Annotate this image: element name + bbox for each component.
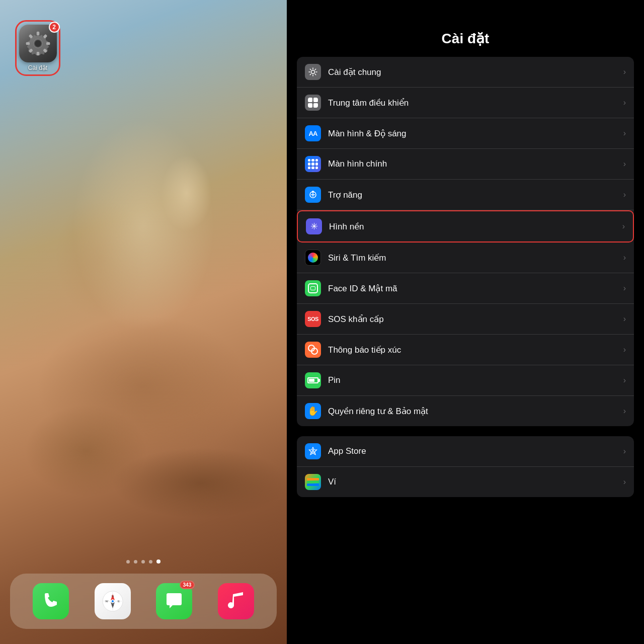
settings-row-general[interactable]: Cài đặt chung › bbox=[297, 57, 634, 88]
control-center-chevron: › bbox=[623, 98, 626, 107]
dock-phone-icon[interactable] bbox=[33, 583, 69, 619]
sos-icon-bg: SOS bbox=[305, 311, 321, 327]
settings-row-wallpaper[interactable]: ✳ Hình nền › bbox=[297, 210, 634, 243]
wallpaper-chevron: › bbox=[622, 222, 625, 231]
home-screen-panel: 2 Cài đặt N bbox=[0, 0, 287, 644]
home-screen-chevron: › bbox=[623, 159, 626, 169]
page-dot-1 bbox=[126, 560, 130, 564]
settings-row-privacy[interactable]: ✋ Quyền riêng tư & Bảo mật › bbox=[297, 396, 634, 426]
face-id-icon bbox=[308, 283, 318, 293]
contact-tracing-icon bbox=[308, 345, 318, 355]
settings-row-contact[interactable]: Thông báo tiếp xúc › bbox=[297, 335, 634, 365]
settings-section-1: Cài đặt chung › Trung tâm điều khiển › bbox=[297, 57, 634, 426]
wallet-label: Ví bbox=[328, 477, 619, 487]
gear-svg bbox=[24, 30, 52, 57]
display-chevron: › bbox=[623, 129, 626, 138]
faceid-icon-bg bbox=[305, 280, 321, 296]
wallpaper-background bbox=[0, 0, 287, 644]
accessibility-icon-bg bbox=[305, 187, 321, 203]
settings-row-sos[interactable]: SOS SOS khẩn cấp › bbox=[297, 304, 634, 335]
svg-text:A: A bbox=[311, 449, 314, 454]
display-icon: AA bbox=[309, 130, 317, 137]
messages-badge: 343 bbox=[180, 581, 195, 589]
sos-label: SOS khẩn cấp bbox=[328, 314, 619, 325]
page-dot-3 bbox=[141, 560, 145, 564]
wallpaper-label: Hình nền bbox=[329, 221, 618, 232]
privacy-chevron: › bbox=[623, 407, 626, 416]
general-chevron: › bbox=[623, 67, 626, 76]
svg-rect-4 bbox=[36, 52, 39, 55]
svg-point-22 bbox=[311, 70, 315, 74]
svg-text:W: W bbox=[105, 600, 108, 603]
contact-chevron: › bbox=[623, 345, 626, 354]
wallet-icon bbox=[307, 478, 319, 486]
battery-icon bbox=[307, 377, 318, 383]
dock-music-icon[interactable] bbox=[218, 583, 254, 619]
settings-row-wallet[interactable]: Ví › bbox=[297, 467, 634, 497]
appstore-icon: A bbox=[308, 446, 318, 456]
settings-row-battery[interactable]: Pin › bbox=[297, 365, 634, 396]
battery-icon-bg bbox=[305, 372, 321, 388]
svg-rect-30 bbox=[307, 484, 319, 486]
home-screen-icon-bg bbox=[305, 156, 321, 172]
settings-icon-label: Cài đặt bbox=[28, 64, 47, 71]
settings-row-home-screen[interactable]: Màn hình chính › bbox=[297, 149, 634, 180]
settings-app-icon[interactable]: 2 Cài đặt bbox=[15, 20, 60, 76]
page-indicator bbox=[126, 559, 160, 564]
messages-svg bbox=[164, 591, 185, 612]
siri-chevron: › bbox=[623, 253, 626, 262]
settings-header: Cài đặt bbox=[287, 0, 644, 57]
settings-icon-graphic: 2 bbox=[19, 25, 57, 62]
gear-icon bbox=[308, 67, 318, 77]
battery-chevron: › bbox=[623, 376, 626, 385]
control-center-label: Trung tâm điều khiển bbox=[328, 98, 619, 108]
settings-badge: 2 bbox=[49, 22, 60, 33]
svg-rect-5 bbox=[26, 42, 29, 45]
page-dot-5 bbox=[156, 559, 160, 564]
settings-row-siri[interactable]: Siri & Tìm kiếm › bbox=[297, 243, 634, 273]
wallpaper-icon-bg: ✳ bbox=[306, 218, 322, 234]
dock-safari-icon[interactable]: N S W E bbox=[95, 583, 131, 619]
home-screen-icon bbox=[308, 159, 318, 169]
dock-messages-icon[interactable]: 343 bbox=[156, 583, 192, 619]
appstore-chevron: › bbox=[623, 447, 626, 456]
svg-text:N: N bbox=[112, 595, 114, 598]
wallpaper-icon: ✳ bbox=[310, 221, 318, 232]
settings-row-control-center[interactable]: Trung tâm điều khiển › bbox=[297, 88, 634, 118]
wallet-icon-bg bbox=[305, 474, 321, 490]
svg-rect-6 bbox=[46, 42, 50, 45]
display-label: Màn hình & Độ sáng bbox=[328, 128, 619, 139]
settings-row-faceid[interactable]: Face ID & Mật mã › bbox=[297, 273, 634, 304]
settings-row-display[interactable]: AA Màn hình & Độ sáng › bbox=[297, 118, 634, 149]
accessibility-label: Trợ năng bbox=[328, 190, 619, 200]
settings-row-appstore[interactable]: A App Store › bbox=[297, 436, 634, 467]
faceid-label: Face ID & Mật mã bbox=[328, 283, 619, 294]
settings-section-2: A App Store › Ví › bbox=[297, 436, 634, 497]
battery-label: Pin bbox=[328, 375, 619, 385]
sos-icon: SOS bbox=[307, 316, 318, 322]
phone-svg bbox=[41, 591, 61, 611]
music-svg bbox=[226, 591, 246, 611]
accessibility-icon bbox=[308, 190, 318, 200]
page-dot-4 bbox=[149, 560, 152, 564]
sos-chevron: › bbox=[623, 314, 626, 324]
svg-point-15 bbox=[112, 600, 114, 602]
accessibility-chevron: › bbox=[623, 190, 626, 199]
page-dot-2 bbox=[134, 560, 137, 564]
general-label: Cài đặt chung bbox=[328, 67, 619, 77]
siri-icon-bg bbox=[305, 250, 321, 266]
privacy-label: Quyền riêng tư & Bảo mật bbox=[328, 406, 619, 417]
svg-rect-3 bbox=[36, 32, 39, 35]
siri-icon bbox=[308, 253, 318, 263]
contact-icon-bg bbox=[305, 342, 321, 358]
svg-rect-29 bbox=[307, 481, 319, 483]
safari-svg: N S W E bbox=[102, 590, 124, 612]
settings-row-accessibility[interactable]: Trợ năng › bbox=[297, 180, 634, 210]
privacy-icon: ✋ bbox=[307, 406, 318, 417]
display-icon-bg: AA bbox=[305, 125, 321, 141]
appstore-icon-bg: A bbox=[305, 443, 321, 459]
svg-text:E: E bbox=[118, 600, 120, 603]
wallet-chevron: › bbox=[623, 477, 626, 487]
svg-rect-28 bbox=[307, 478, 319, 480]
faceid-chevron: › bbox=[623, 284, 626, 293]
